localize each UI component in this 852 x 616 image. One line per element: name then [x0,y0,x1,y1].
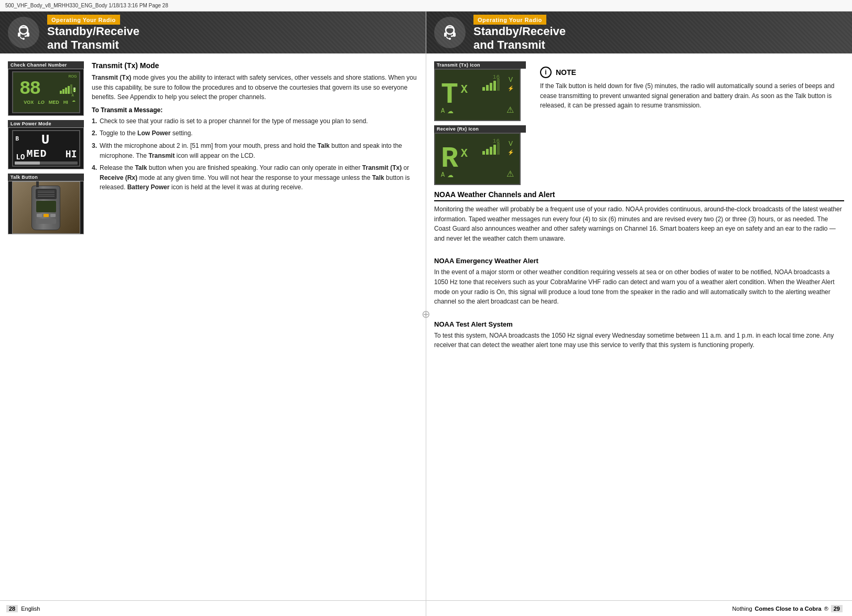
left-header-title: Standby/Receive and Transmit [47,25,139,52]
left-page-number: 28 [6,605,18,612]
lp-progress [15,161,78,165]
left-sidebar: Check Channel Number ROG 88 RX Ti [8,61,84,592]
left-header-icon-area [8,17,39,48]
lp-main-text: U [41,132,51,148]
intro-paragraph: Transmit (Tx) mode gives you the ability… [92,73,418,102]
noaa-emergency-title: NOAA Emergency Weather Alert [434,257,844,265]
left-header-title-area: Operating Your Radio Standby/Receive and… [47,13,139,52]
a-bottom: A [441,107,445,115]
center-crosshair: ⊕ [422,308,430,320]
transmit-icon-container: Transmit (Tx) Icon 16 T X [434,61,526,121]
note-title: NOTE [556,68,576,77]
noaa-test-title: NOAA Test Alert System [434,320,844,328]
b-indicator: B [16,135,19,142]
steps-list: 1. Check to see that your radio is set t… [92,116,418,192]
med-label: MED [49,100,59,105]
note-text: If the Talk button is held down for five… [540,81,838,111]
radio-image [12,181,80,234]
radio-btn-3 [50,214,56,217]
tx-right-icons: V ⚡ [508,76,514,91]
noaa-test-block: NOAA Test Alert System To test this syst… [434,316,844,354]
step-1-num: 1. [92,116,97,126]
rx-bar-4 [493,145,496,155]
lcd-bottom-row: VOX LO MED HI [24,100,68,105]
rx-warning: ⚠ [506,169,514,179]
main-section-title: Transmit (Tx) Mode [92,61,418,70]
tx-bottom-labels: A ☁ [441,107,454,115]
talk-button-container: Talk Button [8,174,84,234]
t-letter: T [441,79,458,112]
lcd-channel-num: 88 [19,80,40,99]
main-container: Operating Your Radio Standby/Receive and… [0,12,852,616]
cloud-icon: ☁ [72,99,77,103]
vox-label: VOX [24,100,34,105]
rog-icon: ROG [69,74,77,78]
noaa-test-text: To test this system, NOAA broadcasts the… [434,331,844,350]
note-header: i NOTE [540,67,838,78]
tx-warning: ⚠ [506,105,514,115]
radio-btn-1 [37,214,42,217]
battery-power-bold: Battery Power [127,183,170,191]
rx-letter-group: R X [441,145,458,174]
lp-lo: LO [16,153,25,161]
low-power-display: B U LO MED HI [12,130,80,167]
rx-x-letter: X [461,147,468,160]
rx-bottom-labels: A ☁ [441,171,454,179]
rx-right-icons: V ⚡ [508,140,514,155]
rx-bar-2 [486,149,489,155]
noaa-emergency-block: NOAA Emergency Weather Alert In the even… [434,253,844,310]
bar-3 [490,83,492,91]
main-text-content: Transmit (Tx) Mode Transmit (Tx) mode gi… [92,61,418,592]
speaker-line-1 [38,191,55,191]
talk-bold-1: Talk [318,142,330,149]
low-power-image: B U LO MED HI [8,127,84,169]
rx-bar-5 [497,143,500,155]
transmit-subtitle: To Transmit a Message: [92,106,418,114]
bt-icon: ⚡ [508,85,514,91]
left-page-footer: 28 English [0,600,426,616]
radio-body-group [31,186,60,230]
check-channel-label: Check Channel Number [8,61,84,69]
right-header-subtitle: Operating Your Radio [478,17,542,23]
left-page-header: Operating Your Radio Standby/Receive and… [0,12,426,53]
radio-base-btn [36,219,56,224]
right-page-number: 29 [831,605,843,612]
right-header-icon-area [434,17,466,48]
rx-warning-icon: ⚠ [506,169,514,178]
transmit-tx-bold: Transmit (Tx) [92,74,131,81]
noaa-sections: NOAA Weather Channels and Alert Monitori… [434,190,844,592]
cloud-bottom: ☁ [447,107,454,115]
noaa-main-block: NOAA Weather Channels and Alert Monitori… [434,190,844,247]
left-page: Operating Your Radio Standby/Receive and… [0,12,426,616]
x-letter: X [461,83,468,96]
rx-lcd-display: 16 R X [437,135,518,183]
check-channel-image: ROG 88 RX Ti [8,69,84,116]
lcd-icons-row: ROG [69,74,77,78]
signal-bars [60,84,72,94]
tx-lcd-display: 16 T X [437,71,518,119]
radio-btn-2 [44,214,49,217]
lcd-display: ROG 88 RX Ti [12,71,80,113]
a-rx-bottom: A [441,171,445,179]
trademark-text: ® [824,606,828,612]
tx-letter-group: T X [441,81,458,110]
rx-bar-1 [482,151,485,155]
left-page-content: Check Channel Number ROG 88 RX Ti [0,53,426,600]
right-footer-content: Nothing Comes Close to a Cobra ® 29 [433,605,846,612]
note-icon: i [540,67,552,78]
v-rx-icon: V [509,140,513,147]
talk-button-image [8,181,84,234]
svg-point-7 [449,38,451,40]
transmit-icon-label: Transmit (Tx) Icon [434,61,526,69]
left-header-subtitle-bar: Operating Your Radio [47,15,120,25]
step-1: 1. Check to see that your radio is set t… [92,116,418,126]
svg-rect-1 [18,33,20,37]
step-2: 2. Toggle to the Low Power setting. [92,128,418,138]
receive-icon-lcd: 16 R X [434,133,521,185]
v-right-icon: V [509,76,513,83]
right-page-header: Operating Your Radio Standby/Receive and… [426,12,852,53]
lp-hi: HI [66,148,77,159]
svg-rect-2 [27,33,29,37]
radio-antenna [36,181,39,187]
radio-body [31,186,60,230]
